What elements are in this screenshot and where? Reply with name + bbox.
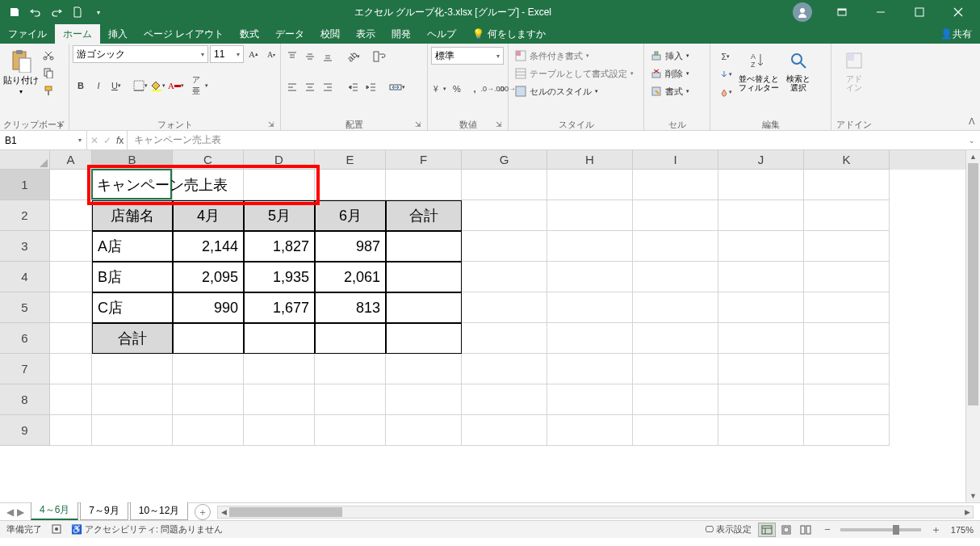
cell-D8[interactable] xyxy=(244,384,315,415)
cell-K9[interactable] xyxy=(804,415,890,446)
cell-H4[interactable] xyxy=(547,262,633,292)
chevron-down-icon[interactable]: ▾ xyxy=(78,136,82,144)
cell-D7[interactable] xyxy=(244,354,315,384)
addins-button[interactable]: アド イン xyxy=(835,45,873,92)
borders-button[interactable]: ▾ xyxy=(132,78,149,94)
scroll-up-icon[interactable]: ▲ xyxy=(966,150,980,163)
tab-developer[interactable]: 開発 xyxy=(383,24,419,44)
cell-C4[interactable]: 2,095 xyxy=(173,262,244,292)
add-sheet-button[interactable]: ＋ xyxy=(195,504,211,520)
column-header-E[interactable]: E xyxy=(315,150,386,170)
row-header-5[interactable]: 5 xyxy=(0,292,50,323)
cell-K6[interactable] xyxy=(804,323,890,354)
dialog-launcher-icon[interactable]: ⇲ xyxy=(495,120,503,128)
cell-I1[interactable] xyxy=(633,170,718,200)
cell-H2[interactable] xyxy=(547,200,633,231)
sheet-tab-3[interactable]: 10～12月 xyxy=(130,502,189,520)
scroll-right-icon[interactable]: ▶ xyxy=(961,506,973,518)
cell-E3[interactable]: 987 xyxy=(315,231,386,262)
cell-H6[interactable] xyxy=(547,323,633,354)
phonetic-button[interactable]: ア亜▾ xyxy=(192,78,208,94)
cell-J6[interactable] xyxy=(718,323,804,354)
format-cells-button[interactable]: 書式 ▾ xyxy=(647,82,693,100)
align-middle-button[interactable] xyxy=(302,48,318,65)
cell-F1[interactable] xyxy=(386,170,462,200)
cell-H3[interactable] xyxy=(547,231,633,262)
cell-F6[interactable] xyxy=(386,323,462,354)
cell-J4[interactable] xyxy=(718,262,804,292)
cell-D6[interactable] xyxy=(244,323,315,354)
orientation-button[interactable]: ab▾ xyxy=(346,48,362,65)
cell-D1[interactable] xyxy=(244,170,315,200)
cell-F2[interactable]: 合計 xyxy=(386,200,462,231)
ribbon-options-icon[interactable] xyxy=(823,0,861,24)
cell-K3[interactable] xyxy=(804,231,890,262)
cell-I4[interactable] xyxy=(633,262,718,292)
cell-B2[interactable]: 店舗名 xyxy=(92,200,173,231)
dialog-launcher-icon[interactable]: ⇲ xyxy=(267,120,275,128)
zoom-slider-handle[interactable] xyxy=(893,525,899,535)
column-header-J[interactable]: J xyxy=(718,150,804,170)
underline-button[interactable]: U▾ xyxy=(108,78,124,94)
column-header-K[interactable]: K xyxy=(804,150,890,170)
undo-icon[interactable] xyxy=(27,4,44,20)
cell-B4[interactable]: B店 xyxy=(92,262,173,292)
column-header-G[interactable]: G xyxy=(462,150,547,170)
cell-A2[interactable] xyxy=(50,200,92,231)
tab-insert[interactable]: 挿入 xyxy=(100,24,136,44)
zoom-level[interactable]: 175% xyxy=(951,525,974,535)
cell-J9[interactable] xyxy=(718,415,804,446)
format-painter-button[interactable] xyxy=(40,82,57,99)
row-header-3[interactable]: 3 xyxy=(0,231,50,262)
format-as-table-button[interactable]: テーブルとして書式設定 ▾ xyxy=(512,65,637,82)
cell-J1[interactable] xyxy=(718,170,804,200)
cell-G6[interactable] xyxy=(462,323,547,354)
cell-A6[interactable] xyxy=(50,323,92,354)
accounting-format-button[interactable]: ¥▾ xyxy=(431,81,447,97)
cell-B1[interactable]: キャンペーン売上表 xyxy=(92,170,173,200)
cell-K2[interactable] xyxy=(804,200,890,231)
tab-home[interactable]: ホーム xyxy=(55,24,100,44)
cell-E1[interactable] xyxy=(315,170,386,200)
cell-I7[interactable] xyxy=(633,354,718,384)
cell-G8[interactable] xyxy=(462,384,547,415)
cell-A3[interactable] xyxy=(50,231,92,262)
zoom-in-button[interactable]: ＋ xyxy=(928,523,944,537)
cell-C9[interactable] xyxy=(173,415,244,446)
scrollbar-thumb[interactable] xyxy=(229,507,342,517)
cell-G7[interactable] xyxy=(462,354,547,384)
insert-cells-button[interactable]: 挿入 ▾ xyxy=(647,47,693,65)
fx-icon[interactable]: fx xyxy=(116,135,124,146)
redo-icon[interactable] xyxy=(48,4,65,20)
cell-K4[interactable] xyxy=(804,262,890,292)
align-top-button[interactable] xyxy=(284,48,300,65)
row-header-4[interactable]: 4 xyxy=(0,262,50,292)
align-right-button[interactable] xyxy=(320,79,336,95)
cell-C8[interactable] xyxy=(173,384,244,415)
cell-J2[interactable] xyxy=(718,200,804,231)
tab-file[interactable]: ファイル xyxy=(0,24,55,44)
sort-filter-button[interactable]: AZ 並べ替えと フィルター xyxy=(738,45,780,92)
enter-formula-icon[interactable]: ✓ xyxy=(103,135,111,146)
cell-B6[interactable]: 合計 xyxy=(92,323,173,354)
font-color-button[interactable]: A▾ xyxy=(168,78,184,94)
cell-G3[interactable] xyxy=(462,231,547,262)
cancel-formula-icon[interactable]: ✕ xyxy=(90,135,98,146)
italic-button[interactable]: I xyxy=(90,78,107,94)
row-header-1[interactable]: 1 xyxy=(0,170,50,200)
macro-record-icon[interactable] xyxy=(52,524,61,536)
page-break-view-button[interactable] xyxy=(797,523,815,537)
cell-D3[interactable]: 1,827 xyxy=(244,231,315,262)
fill-button[interactable]: ▾ xyxy=(715,66,736,82)
merge-center-button[interactable]: ▾ xyxy=(389,79,405,95)
cell-F4[interactable] xyxy=(386,262,462,292)
increase-indent-button[interactable] xyxy=(363,79,379,95)
sheet-tab-2[interactable]: 7～9月 xyxy=(80,502,128,520)
column-header-C[interactable]: C xyxy=(173,150,244,170)
cell-F7[interactable] xyxy=(386,354,462,384)
row-header-7[interactable]: 7 xyxy=(0,354,50,384)
font-size-combo[interactable]: 11▾ xyxy=(210,45,244,63)
cell-F9[interactable] xyxy=(386,415,462,446)
display-settings-button[interactable]: 🖵 表示設定 xyxy=(705,523,752,536)
align-center-button[interactable] xyxy=(302,79,318,95)
